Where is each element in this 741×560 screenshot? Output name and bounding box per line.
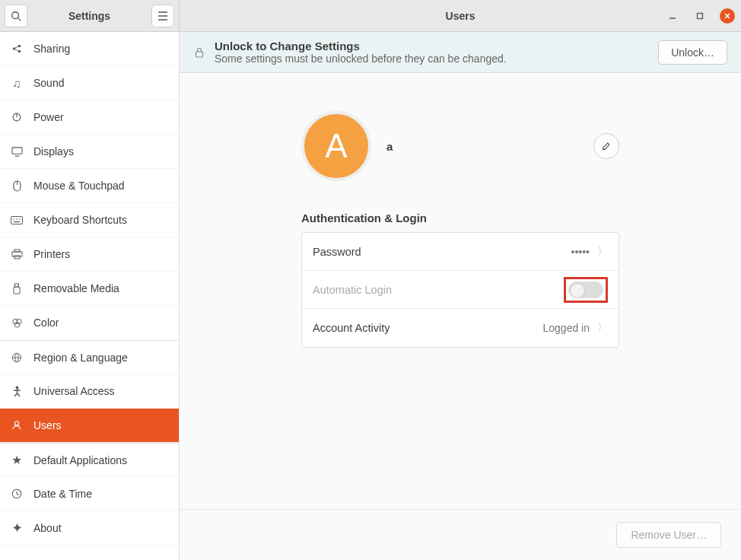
sidebar-item-power[interactable]: Power [0, 100, 179, 135]
close-button[interactable] [720, 8, 735, 24]
mouse-icon [11, 180, 23, 192]
sidebar-item-label: Universal Access [33, 385, 115, 397]
close-icon [724, 12, 731, 20]
sidebar-item-mouse-touchpad[interactable]: Mouse & Touchpad [0, 169, 179, 203]
svg-line-13 [15, 49, 18, 51]
chevron-right-icon: 〉 [597, 321, 608, 335]
sidebar-item-label: Sharing [33, 43, 70, 55]
sidebar-item-label: Keyboard Shortcuts [33, 214, 127, 226]
sidebar-item-label: Mouse & Touchpad [33, 180, 125, 192]
sidebar: Sharing♫SoundPowerDisplaysMouse & Touchp… [0, 32, 180, 560]
svg-line-44 [17, 494, 19, 495]
maximize-icon [696, 12, 704, 20]
header-left: Settings [0, 0, 180, 31]
svg-line-12 [15, 46, 18, 48]
minimize-icon [669, 12, 676, 20]
sidebar-item-label: Date & Time [33, 488, 92, 500]
sidebar-item-users[interactable]: Users [0, 409, 179, 443]
star-icon: ★ [11, 454, 23, 466]
page-title: Users [446, 10, 475, 22]
hamburger-icon [157, 11, 168, 21]
printer-icon [11, 248, 23, 260]
power-icon [11, 111, 23, 123]
sidebar-item-sharing[interactable]: Sharing [0, 32, 179, 66]
password-label: Password [313, 246, 571, 258]
sound-icon: ♫ [11, 77, 23, 89]
svg-line-40 [17, 393, 20, 396]
svg-rect-26 [14, 250, 20, 252]
search-button[interactable] [5, 5, 27, 27]
globe-icon [11, 352, 23, 364]
password-row[interactable]: Password ••••• 〉 [302, 233, 619, 271]
sidebar-item-universal-access[interactable]: Universal Access [0, 374, 179, 409]
sidebar-item-about[interactable]: ✦About [0, 511, 179, 546]
svg-rect-28 [15, 284, 19, 287]
sidebar-item-default-applications[interactable]: ★Default Applications [0, 443, 179, 477]
highlight-box [564, 277, 608, 303]
maximize-button[interactable] [692, 8, 708, 24]
account-activity-value: Logged in [542, 322, 590, 334]
svg-point-11 [18, 50, 21, 53]
avatar[interactable]: A [301, 111, 371, 181]
footer: Remove User… [180, 509, 741, 560]
header-right: Users [180, 0, 741, 31]
automatic-login-label: Automatic Login [313, 284, 564, 296]
sidebar-item-date-time[interactable]: Date & Time [0, 477, 179, 511]
svg-rect-29 [14, 287, 20, 294]
sidebar-item-label: Sound [33, 77, 64, 89]
header-bar: Settings Users [0, 0, 741, 32]
sidebar-item-label: Removable Media [33, 282, 119, 294]
app-title: Settings [32, 10, 147, 22]
unlock-button[interactable]: Unlock… [658, 40, 727, 65]
window-controls [665, 8, 735, 24]
account-activity-row[interactable]: Account Activity Logged in 〉 [302, 309, 619, 347]
chevron-right-icon: 〉 [597, 245, 608, 259]
sidebar-item-keyboard-shortcuts[interactable]: Keyboard Shortcuts [0, 203, 179, 237]
sidebar-item-region-language[interactable]: Region & Language [0, 340, 179, 374]
share-icon [11, 43, 23, 55]
svg-point-22 [16, 218, 17, 220]
about-icon: ✦ [11, 522, 23, 534]
edit-name-button[interactable] [593, 133, 619, 159]
sidebar-item-displays[interactable]: Displays [0, 135, 179, 169]
access-icon [11, 385, 23, 397]
sidebar-item-removable-media[interactable]: Removable Media [0, 272, 179, 306]
sidebar-item-label: Displays [33, 145, 74, 158]
automatic-login-row: Automatic Login [302, 271, 619, 309]
svg-point-36 [15, 386, 18, 389]
sidebar-item-label: Color [33, 317, 59, 329]
sidebar-item-sound[interactable]: ♫Sound [0, 66, 179, 100]
svg-point-21 [13, 218, 14, 220]
svg-point-0 [12, 11, 19, 18]
menu-button[interactable] [151, 5, 174, 27]
color-icon [11, 317, 23, 329]
automatic-login-toggle[interactable] [568, 282, 603, 298]
svg-point-23 [19, 218, 21, 220]
lock-icon [193, 46, 205, 59]
svg-rect-16 [12, 147, 22, 153]
sidebar-item-label: Users [33, 419, 62, 431]
user-icon [11, 419, 23, 431]
unlock-banner: Unlock to Change Settings Some settings … [180, 32, 741, 73]
password-value: ••••• [571, 246, 590, 258]
username: a [386, 140, 393, 153]
pencil-icon [601, 141, 612, 151]
clock-icon [11, 488, 23, 500]
displays-icon [11, 145, 23, 158]
svg-line-39 [14, 393, 17, 396]
usb-icon [11, 282, 23, 294]
svg-point-41 [14, 422, 18, 425]
remove-user-button[interactable]: Remove User… [616, 522, 721, 548]
sidebar-item-label: Power [33, 111, 64, 123]
minimize-button[interactable] [665, 8, 680, 24]
account-activity-label: Account Activity [313, 322, 542, 334]
content: Unlock to Change Settings Some settings … [180, 32, 741, 560]
sidebar-item-color[interactable]: Color [0, 306, 179, 340]
sidebar-item-label: About [33, 522, 62, 534]
svg-rect-6 [698, 13, 703, 18]
search-icon [11, 11, 21, 21]
sidebar-item-printers[interactable]: Printers [0, 237, 179, 272]
banner-subtitle: Some settings must be unlocked before th… [215, 52, 649, 65]
sidebar-item-label: Region & Language [33, 352, 128, 364]
keyboard-icon [11, 214, 23, 226]
